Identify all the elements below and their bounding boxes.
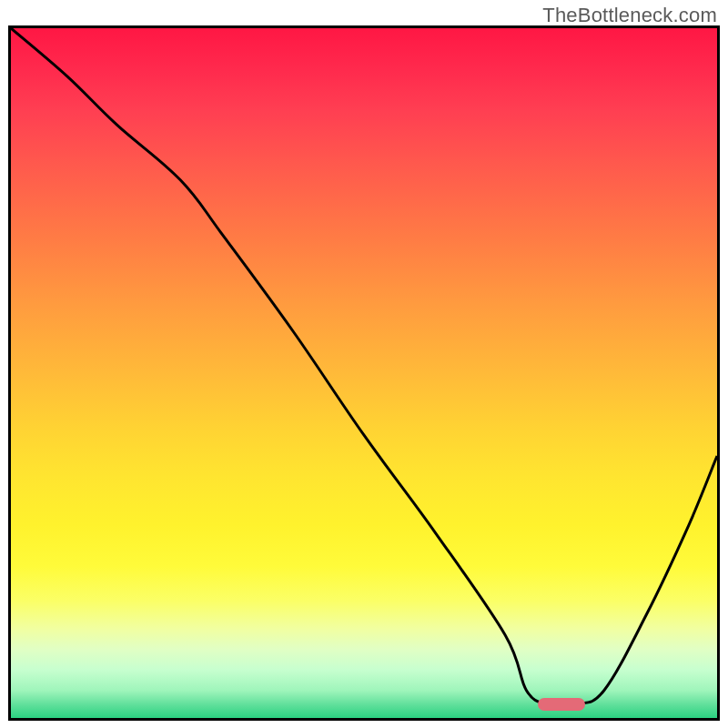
bottleneck-curve bbox=[11, 28, 717, 718]
curve-path bbox=[11, 28, 717, 706]
chart-container: TheBottleneck.com bbox=[0, 0, 728, 728]
plot-area bbox=[8, 25, 720, 721]
watermark-text: TheBottleneck.com bbox=[542, 4, 717, 27]
optimum-marker bbox=[538, 698, 585, 711]
